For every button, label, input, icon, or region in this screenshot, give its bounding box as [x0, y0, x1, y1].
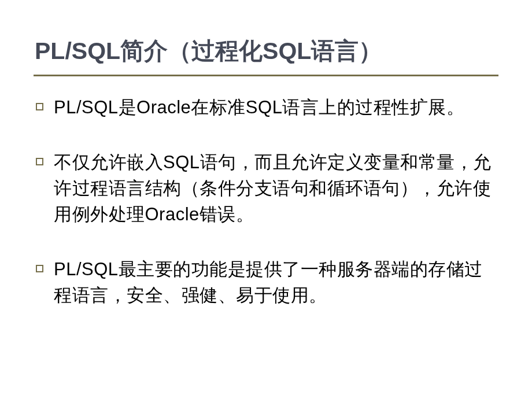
- title-block: PL/SQL简介（过程化SQL语言）: [34, 36, 498, 76]
- bullet-square-icon: [36, 265, 43, 272]
- bullet-item: 不仅允许嵌入SQL语句，而且允许定义变量和常量，允许过程语言结构（条件分支语句和…: [36, 150, 498, 228]
- content-area: PL/SQL是Oracle在标准SQL语言上的过程性扩展。 不仅允许嵌入SQL语…: [34, 95, 498, 309]
- title-underline: [34, 75, 498, 76]
- bullet-square-icon: [36, 103, 43, 110]
- bullet-text: PL/SQL是Oracle在标准SQL语言上的过程性扩展。: [54, 95, 464, 121]
- bullet-text: 不仅允许嵌入SQL语句，而且允许定义变量和常量，允许过程语言结构（条件分支语句和…: [54, 150, 498, 228]
- bullet-item: PL/SQL最主要的功能是提供了一种服务器端的存储过程语言，安全、强健、易于使用…: [36, 257, 498, 309]
- slide-container: PL/SQL简介（过程化SQL语言） PL/SQL是Oracle在标准SQL语言…: [0, 0, 532, 399]
- bullet-text: PL/SQL最主要的功能是提供了一种服务器端的存储过程语言，安全、强健、易于使用…: [54, 257, 498, 309]
- slide-title: PL/SQL简介（过程化SQL语言）: [34, 36, 498, 66]
- bullet-item: PL/SQL是Oracle在标准SQL语言上的过程性扩展。: [36, 95, 498, 121]
- bullet-square-icon: [36, 158, 43, 165]
